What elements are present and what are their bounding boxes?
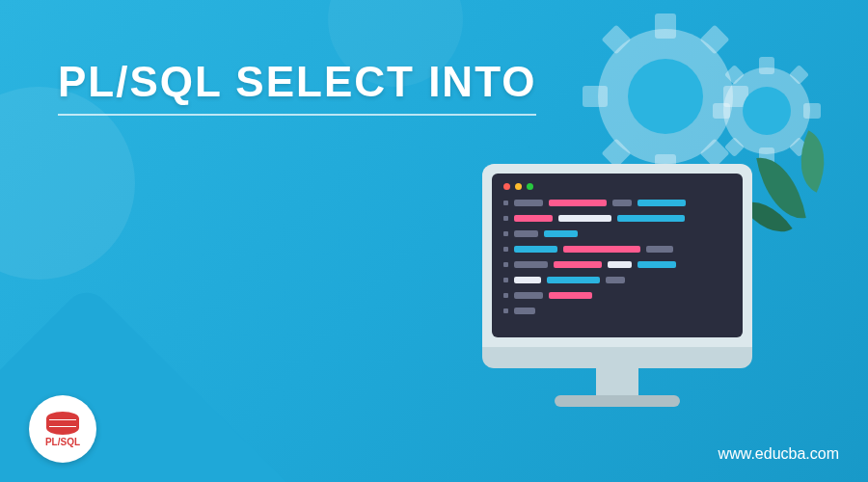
maximize-dot-icon (527, 183, 533, 190)
code-line (503, 215, 731, 222)
database-icon (46, 412, 79, 435)
bg-circle-decor (0, 87, 135, 280)
code-line (503, 261, 731, 268)
banner-root: PL/SQL SELECT INTO (0, 0, 868, 482)
code-editor (492, 174, 743, 337)
window-controls (503, 183, 731, 190)
page-title: PL/SQL SELECT INTO (58, 58, 536, 116)
monitor-screen (482, 164, 752, 347)
monitor-stand (596, 368, 638, 395)
monitor-illustration (482, 164, 752, 407)
site-url: www.educba.com (719, 445, 839, 463)
code-line (503, 292, 731, 299)
gear-icon (723, 67, 810, 154)
close-dot-icon (503, 183, 510, 190)
code-line (503, 230, 731, 237)
monitor-bezel (482, 347, 752, 368)
code-line (503, 308, 731, 314)
code-line (503, 246, 731, 253)
gear-icon (598, 29, 733, 164)
logo-label: PL/SQL (45, 437, 80, 447)
monitor-foot (555, 395, 680, 407)
code-line (503, 200, 731, 206)
plsql-logo: PL/SQL (29, 395, 96, 463)
minimize-dot-icon (515, 183, 522, 190)
code-line (503, 277, 731, 283)
